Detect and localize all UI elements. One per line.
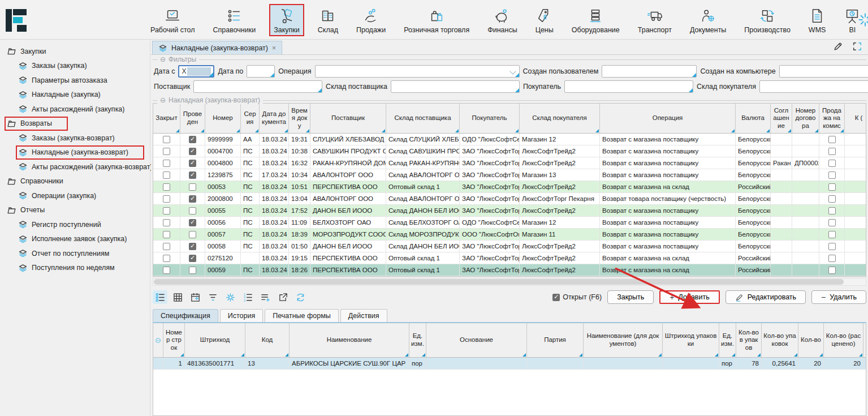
date-from-input[interactable]: X bbox=[178, 65, 214, 78]
posted-checkbox[interactable] bbox=[189, 195, 196, 203]
posted-checkbox[interactable] bbox=[189, 148, 196, 155]
column-header[interactable]: Номер bbox=[205, 104, 241, 133]
fullscreen-icon[interactable] bbox=[852, 41, 862, 52]
closed-checkbox[interactable] bbox=[163, 207, 170, 215]
toolbar-item-wms[interactable]: WMS bbox=[804, 4, 831, 36]
tab-specification[interactable]: Спецификация bbox=[153, 309, 218, 322]
closed-checkbox[interactable] bbox=[163, 243, 170, 250]
tree-item[interactable]: Параметры автозаказа bbox=[0, 73, 150, 88]
column-header[interactable]: Основание bbox=[426, 323, 527, 357]
toolbar-item-documents[interactable]: Документы bbox=[685, 4, 731, 36]
toolbar-item-purchases[interactable]: Закупки bbox=[269, 4, 304, 36]
tree-item[interactable]: Акты расхождений (закупка-возврат) bbox=[0, 160, 150, 174]
tree-item[interactable]: Регистр поступлений bbox=[0, 217, 150, 232]
collapse-icon[interactable] bbox=[160, 96, 166, 104]
column-header[interactable]: Закрыт bbox=[153, 104, 180, 133]
grid-view-icon[interactable] bbox=[170, 290, 185, 304]
tree-item[interactable]: Накладные (закупка) bbox=[0, 88, 150, 102]
column-header[interactable]: Номер строк bbox=[163, 323, 185, 357]
tab-print-forms[interactable]: Печатные формы bbox=[265, 309, 339, 322]
tab-close-icon[interactable] bbox=[272, 44, 276, 52]
closed-checkbox[interactable] bbox=[163, 231, 170, 238]
column-header[interactable]: Ед. изм. bbox=[409, 323, 426, 357]
table-row[interactable]: 00059ПС18.03.2418:26ПЕРСПЕКТИВА ООООптов… bbox=[153, 264, 866, 276]
commission-checkbox[interactable] bbox=[828, 171, 836, 179]
tree-item[interactable]: Заказы (закупка-возврат) bbox=[0, 131, 150, 145]
tree-folder[interactable]: Закупки bbox=[0, 44, 150, 59]
toolbar-item-finance[interactable]: Финансы bbox=[483, 4, 521, 36]
delete-button[interactable]: −Удалить bbox=[811, 290, 866, 304]
collapse-icon[interactable] bbox=[160, 55, 166, 63]
posted-checkbox[interactable] bbox=[189, 207, 196, 215]
posted-checkbox[interactable] bbox=[189, 171, 196, 179]
column-header[interactable]: Склад поставщика bbox=[386, 104, 460, 133]
tab-history[interactable]: История bbox=[220, 309, 263, 322]
posted-checkbox[interactable] bbox=[189, 183, 196, 191]
column-header[interactable]: Наименование (для документов) bbox=[584, 323, 663, 357]
tree-item[interactable]: Исполнение заявок (закупка) bbox=[0, 232, 150, 247]
tree-item[interactable]: Отчет по поступлениям bbox=[0, 246, 150, 261]
refresh-icon[interactable] bbox=[293, 290, 308, 304]
tree-item[interactable]: Операции (закупка) bbox=[0, 188, 150, 203]
closed-checkbox[interactable] bbox=[163, 267, 170, 274]
operation-select[interactable] bbox=[315, 65, 520, 78]
column-header[interactable]: Склад покупателя bbox=[520, 104, 600, 133]
column-header[interactable]: Штрихкод bbox=[185, 323, 245, 357]
commission-checkbox[interactable] bbox=[828, 183, 836, 191]
table-row[interactable]: 00055ПС18.03.2417:52ДАНОН БЕЛ ИОООСклад … bbox=[153, 205, 866, 217]
table-row[interactable]: 00056ПС18.03.2411:09БЕЛХОЗТОРГ ОАОСклад … bbox=[153, 217, 866, 229]
rows-view-icon[interactable] bbox=[153, 290, 167, 304]
commission-checkbox[interactable] bbox=[828, 267, 836, 274]
posted-checkbox[interactable] bbox=[189, 219, 196, 226]
table-row[interactable]: 00057ПС18.03.2418:39МОРОЗПРОДУКТ СОООСкл… bbox=[153, 229, 866, 241]
filter-icon[interactable] bbox=[205, 290, 220, 304]
toolbar-item-prices[interactable]: Цены bbox=[531, 4, 558, 36]
column-header[interactable]: Операция bbox=[600, 104, 736, 133]
toolbar-item-retail[interactable]: Розничная торговля bbox=[399, 4, 474, 36]
posted-checkbox[interactable] bbox=[189, 267, 196, 274]
tree-folder[interactable]: Справочники bbox=[0, 174, 150, 189]
collapse-rows-icon[interactable] bbox=[155, 337, 161, 344]
toolbar-item-equipment[interactable]: Оборудование bbox=[567, 4, 624, 36]
commission-checkbox[interactable] bbox=[828, 207, 836, 215]
commission-checkbox[interactable] bbox=[828, 195, 836, 203]
supplier-warehouse-input[interactable] bbox=[391, 80, 520, 93]
column-header[interactable]: Номер договора bbox=[792, 104, 819, 133]
toolbar-item-transport[interactable]: Транспорт bbox=[633, 4, 676, 36]
edit-pencil-icon[interactable] bbox=[833, 41, 843, 52]
add-list-icon[interactable] bbox=[258, 290, 273, 304]
toolbar-item-sales[interactable]: Продажи bbox=[352, 4, 390, 36]
commission-checkbox[interactable] bbox=[828, 219, 836, 226]
column-header[interactable]: Партия bbox=[527, 323, 584, 357]
calendar-icon[interactable] bbox=[188, 290, 202, 304]
posted-checkbox[interactable] bbox=[189, 255, 196, 262]
tree-item[interactable]: Накладные (закупка-возврат) bbox=[0, 145, 150, 160]
supplier-input[interactable] bbox=[193, 80, 322, 93]
column-header[interactable]: К ( bbox=[845, 104, 866, 133]
toolbar-item-catalogs[interactable]: Справочники bbox=[208, 4, 260, 36]
column-header[interactable]: Продажа на комис bbox=[819, 104, 845, 133]
column-header[interactable]: Штрихкод упаковки bbox=[663, 323, 719, 357]
posted-checkbox[interactable] bbox=[189, 231, 196, 238]
table-row[interactable]: 0004800ПС18.03.2416:32РАКАН-КРУПЯНОЙ ДОМ… bbox=[153, 157, 866, 169]
add-button[interactable]: +Добавить bbox=[659, 290, 719, 304]
closed-checkbox[interactable] bbox=[163, 255, 170, 262]
spec-row[interactable]: 1481363500177113АБРИКОСЫ ЦАРСКИЕ СУШ.90Г… bbox=[153, 358, 866, 370]
tab-actions[interactable]: Действия bbox=[340, 309, 387, 322]
closed-checkbox[interactable] bbox=[163, 148, 170, 155]
column-header[interactable]: Покупатель bbox=[460, 104, 520, 133]
commission-checkbox[interactable] bbox=[828, 160, 836, 167]
column-header[interactable]: Валюта bbox=[736, 104, 771, 133]
numbered-list-icon[interactable]: 123 bbox=[240, 290, 255, 304]
posted-checkbox[interactable] bbox=[189, 136, 196, 143]
toolbar-item-production[interactable]: Производство bbox=[740, 4, 795, 36]
buyer-input[interactable] bbox=[564, 80, 693, 93]
commission-checkbox[interactable] bbox=[828, 136, 836, 143]
commission-checkbox[interactable] bbox=[828, 148, 836, 155]
column-header[interactable]: Ед. изм. bbox=[719, 323, 736, 357]
open-f6-checkbox[interactable]: Открыт (F6) bbox=[552, 293, 602, 301]
table-row[interactable]: 9999999АА18.03.2419:31СЛУЦКИЙ ХЛЕБЗАВОД … bbox=[153, 134, 866, 145]
closed-checkbox[interactable] bbox=[163, 219, 170, 226]
column-header[interactable]: Дата документа bbox=[260, 104, 289, 133]
scrollbar-thumb[interactable] bbox=[154, 279, 844, 285]
